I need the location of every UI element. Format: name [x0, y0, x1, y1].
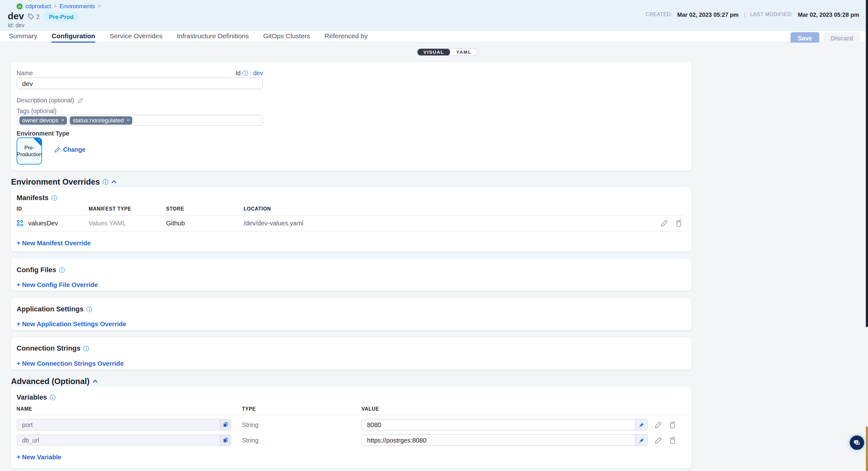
- variable-name-input[interactable]: [17, 419, 219, 430]
- tags-input[interactable]: owner:devops × status:nonregulated ×: [17, 115, 263, 126]
- entity-id: Id: dev: [8, 22, 25, 28]
- help-chat-button[interactable]: ?: [850, 436, 864, 450]
- manifest-row: valuesDev Values YAML Github /dev/dev-va…: [17, 215, 686, 232]
- chevron-up-icon[interactable]: [111, 179, 117, 185]
- screen: ∞ cdproduct > Environments > dev 2 Pre-P…: [0, 0, 868, 471]
- breadcrumb-environments[interactable]: Environments: [59, 3, 95, 9]
- variable-value-input[interactable]: [362, 419, 635, 430]
- tab-summary[interactable]: Summary: [9, 31, 37, 42]
- config-files-title: Config Files: [17, 266, 56, 274]
- breadcrumb-project[interactable]: cdproduct: [26, 3, 51, 9]
- variable-value-input[interactable]: [362, 435, 635, 445]
- tags-label: Tags (optional): [17, 108, 57, 114]
- tag-count: 2: [28, 13, 39, 20]
- manifests-card: Manifests ⓘ ID MANIFEST TYPE STORE LOCAT…: [11, 187, 691, 251]
- col-manifest-type: MANIFEST TYPE: [88, 206, 166, 212]
- toggle-visual[interactable]: VISUAL: [417, 48, 450, 56]
- copy-icon[interactable]: [220, 435, 231, 445]
- manifest-store: Github: [166, 220, 244, 227]
- col-store: STORE: [166, 206, 244, 212]
- edit-description-icon[interactable]: [78, 97, 83, 104]
- new-connection-strings-override-link[interactable]: + New Connection Strings Override: [17, 360, 124, 367]
- name-input[interactable]: [17, 78, 263, 89]
- info-icon[interactable]: ⓘ: [59, 267, 65, 272]
- tab-referenced-by[interactable]: Referenced by: [324, 31, 368, 42]
- variable-value-field: [361, 419, 648, 431]
- info-icon[interactable]: ⓘ: [83, 346, 89, 351]
- variable-value-field: [361, 434, 648, 446]
- col-location: LOCATION: [244, 206, 686, 212]
- manifest-type: Values YAML: [88, 220, 166, 227]
- visual-yaml-toggle: VISUAL YAML: [417, 48, 478, 56]
- id-label: Id: [236, 70, 241, 77]
- page-title: dev: [8, 11, 24, 22]
- title-row: dev 2 Pre-Prod: [8, 11, 79, 22]
- tab-service-overrides[interactable]: Service Overrides: [110, 31, 162, 42]
- delete-variable-icon[interactable]: [669, 421, 677, 429]
- advanced-header: Advanced (Optional): [11, 377, 98, 386]
- variable-type: String: [242, 421, 362, 428]
- pin-icon[interactable]: [635, 419, 647, 430]
- created-value: Mar 02, 2023 05:27 pm: [677, 11, 739, 18]
- tab-infrastructure-definitions[interactable]: Infrastructure Definitions: [177, 31, 249, 42]
- manifest-id: valuesDev: [28, 220, 58, 227]
- section-title: Environment Overrides: [11, 177, 100, 186]
- environment-type-card[interactable]: Pre-Production ✓: [17, 138, 42, 165]
- tag-chip-label: owner:devops: [22, 117, 58, 123]
- tab-gitops-clusters[interactable]: GitOps Clusters: [263, 31, 310, 42]
- svg-text:?: ?: [856, 440, 857, 443]
- info-icon[interactable]: ⓘ: [51, 195, 57, 200]
- info-icon[interactable]: ⓘ: [103, 179, 108, 185]
- variables-title: Variables: [17, 393, 47, 401]
- application-settings-title: Application Settings: [17, 305, 84, 313]
- page-header: ∞ cdproduct > Environments > dev 2 Pre-P…: [0, 0, 868, 31]
- delete-manifest-icon[interactable]: [675, 219, 683, 227]
- chat-help-icon: ?: [853, 439, 861, 446]
- name-label: Name: [17, 70, 33, 77]
- new-manifest-override-link[interactable]: + New Manifest Override: [17, 240, 91, 246]
- connection-strings-card: Connection Strings ⓘ + New Connection St…: [11, 337, 691, 370]
- toggle-yaml[interactable]: YAML: [450, 48, 477, 56]
- col-id: ID: [17, 206, 89, 212]
- remove-tag-icon[interactable]: ×: [61, 117, 64, 123]
- new-config-file-override-link[interactable]: + New Config File Override: [17, 281, 98, 288]
- meta-separator: |: [744, 11, 745, 18]
- tab-configuration[interactable]: Configuration: [52, 31, 95, 42]
- modified-value: Mar 02, 2023 05:28 pm: [798, 11, 859, 18]
- chevron-up-icon[interactable]: [92, 378, 98, 384]
- change-env-type-link[interactable]: Change: [54, 146, 86, 153]
- variable-row: String: [17, 434, 686, 446]
- config-files-card: Config Files ⓘ + New Config File Overrid…: [11, 259, 691, 291]
- tab-bar: Summary Configuration Service Overrides …: [0, 31, 868, 43]
- variable-name-input[interactable]: [17, 435, 219, 445]
- info-icon[interactable]: ⓘ: [86, 306, 92, 312]
- edit-variable-icon[interactable]: [654, 421, 662, 429]
- app-viewport: ∞ cdproduct > Environments > dev 2 Pre-P…: [0, 0, 868, 471]
- tag-icon: [28, 13, 34, 20]
- copy-icon[interactable]: [220, 419, 231, 430]
- variable-row: String: [17, 419, 686, 431]
- manifests-title: Manifests: [17, 194, 49, 202]
- change-label: Change: [63, 146, 86, 153]
- col-name: NAME: [17, 406, 242, 412]
- pencil-icon: [54, 147, 60, 153]
- environment-details-card: Name Id ⓘ : dev Description (optional) T…: [11, 62, 691, 171]
- manifest-location: /dev/dev-values.yaml: [244, 220, 660, 227]
- tag-count-value: 2: [36, 13, 39, 20]
- pin-icon[interactable]: [635, 435, 647, 445]
- new-application-settings-override-link[interactable]: + New Application Settings Override: [17, 321, 126, 327]
- scrollbar-thumb[interactable]: [866, 0, 868, 327]
- manifests-table-header: ID MANIFEST TYPE STORE LOCATION: [17, 206, 686, 212]
- id-value[interactable]: : dev: [250, 70, 263, 77]
- info-icon[interactable]: ⓘ: [242, 70, 248, 76]
- edit-variable-icon[interactable]: [654, 436, 662, 444]
- info-icon[interactable]: ⓘ: [50, 394, 56, 400]
- environment-overrides-header: Environment Overrides ⓘ: [11, 177, 117, 186]
- remove-tag-icon[interactable]: ×: [126, 117, 129, 123]
- delete-variable-icon[interactable]: [669, 436, 677, 444]
- edit-manifest-icon[interactable]: [660, 219, 669, 227]
- new-variable-link[interactable]: + New Variable: [17, 453, 62, 460]
- created-label: CREATED:: [646, 12, 672, 18]
- variable-name-field: [17, 419, 231, 431]
- variable-type: String: [242, 437, 362, 443]
